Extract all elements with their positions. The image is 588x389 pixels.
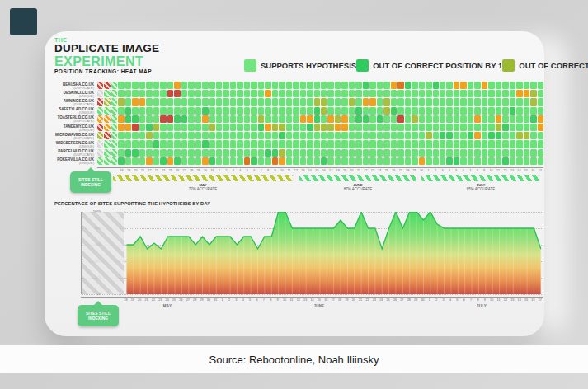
heatmap-cell — [104, 90, 110, 97]
heatmap-cell — [125, 140, 131, 148]
axis-tick-label: 27 — [181, 168, 187, 173]
heatmap-cell — [160, 115, 166, 123]
axis-tick-label: 5 — [247, 298, 253, 302]
heatmap-cell — [468, 157, 473, 165]
heatmap-cell — [223, 98, 228, 105]
heatmap-cell — [397, 90, 403, 97]
heatmap-cell — [97, 82, 103, 89]
heatmap-cell — [181, 98, 187, 105]
heatmap-cell — [419, 98, 425, 105]
heatmap-cell — [363, 115, 369, 123]
heatmap-cell — [265, 140, 270, 148]
heatmap-cell — [335, 82, 341, 89]
heatmap-cell — [363, 82, 369, 89]
heatmap-cell — [460, 107, 466, 115]
heatmap-cell — [391, 90, 397, 97]
sites-still-indexing-badge-bottom: SITES STILL INDEXING — [78, 305, 119, 326]
axis-tick-label: 29 — [412, 298, 419, 302]
heatmap-cell — [460, 157, 466, 165]
axis-tick-label: 23 — [157, 298, 163, 302]
axis-tick-label: 30 — [419, 298, 426, 302]
heatmap-cell — [474, 98, 480, 105]
heatmap-cell — [251, 98, 256, 105]
heatmap-cell — [307, 132, 313, 139]
infographic-card: THE DUPLICATE IMAGE EXPERIMENT POSITION … — [45, 31, 544, 336]
heatmap-cell — [272, 157, 278, 165]
heatmap-cell — [216, 132, 222, 139]
heatmap-cell — [405, 132, 411, 139]
area-chart-axis-ticks: 1819202122232425262728293031123456789101… — [81, 298, 543, 302]
axis-tick-label: 6 — [251, 168, 257, 173]
heatmap-cell — [538, 132, 543, 139]
legend-swatch — [356, 59, 369, 72]
heatmap-cell — [474, 90, 480, 97]
heatmap-cell — [321, 149, 327, 157]
heatmap-cell — [125, 149, 131, 157]
heatmap-cell — [524, 124, 529, 131]
heatmap-cell — [460, 124, 466, 131]
heatmap-cell — [272, 98, 278, 105]
heatmap-cell — [223, 132, 228, 139]
heatmap-cell — [369, 157, 375, 165]
heatmap-cell — [286, 132, 292, 139]
heatmap-cell — [426, 82, 431, 89]
heatmap-cell — [369, 82, 375, 89]
heatmap-cell — [397, 98, 403, 105]
heatmap-cell — [510, 149, 515, 157]
row-label-text: TOASTERLID.CO.UK(DUPLICATE) — [43, 115, 94, 123]
heatmap-cell — [468, 98, 473, 105]
heatmap-cell — [474, 132, 480, 139]
heatmap-cell — [223, 90, 228, 97]
row-label: POKERVILLA.CO.UK(UNIQUE) — [45, 157, 96, 165]
axis-tick-label: 17 — [537, 168, 543, 173]
heatmap-cell — [440, 149, 445, 157]
heatmap-cell — [327, 82, 333, 89]
heatmap-cell — [433, 90, 439, 97]
heatmap-cell — [454, 90, 459, 97]
axis-tick-label: 4 — [240, 298, 247, 302]
heatmap-cell — [488, 124, 494, 131]
row-label-text: PARCELHUD.CO.UK(DUPLICATE) — [43, 149, 94, 157]
axis-tick-label: 7 — [257, 168, 264, 173]
heatmap-cell — [300, 90, 306, 97]
heatmap-cell — [153, 98, 159, 105]
heatmap-cell — [538, 124, 543, 131]
accuracy-label: MAY72% ACCURATE — [189, 183, 217, 191]
axis-tick-label: 28 — [406, 298, 412, 302]
heatmap-cell — [516, 132, 522, 139]
heatmap-cell — [132, 149, 138, 157]
heatmap-cell — [118, 82, 124, 89]
heatmap-cell — [412, 140, 417, 148]
axis-tick-label: 14 — [308, 298, 315, 302]
heatmap-cell — [118, 90, 124, 97]
heatmap-cell — [146, 157, 152, 165]
axis-tick-label: 9 — [271, 168, 278, 173]
axis-tick-label: 14 — [515, 168, 522, 173]
heatmap-cell — [440, 98, 445, 105]
heatmap-cell — [97, 132, 103, 139]
area-series — [82, 212, 544, 294]
heatmap-cell — [314, 98, 320, 105]
heatmap-cell — [265, 124, 270, 131]
heatmap-cell — [433, 149, 439, 157]
heatmap-cell — [195, 157, 201, 165]
heatmap-cell — [251, 149, 256, 157]
heatmap-cell — [446, 157, 452, 165]
heatmap-cell — [419, 124, 425, 131]
axis-tick-label: 19 — [129, 298, 136, 302]
heatmap-cell — [188, 107, 194, 115]
heatmap-cell — [502, 140, 508, 148]
heatmap-cell — [530, 82, 536, 89]
heatmap-cell — [454, 140, 459, 148]
heatmap-cell — [426, 157, 431, 165]
heatmap-cell — [488, 98, 494, 105]
axis-tick-label: 25 — [171, 298, 177, 302]
heatmap-cell — [258, 90, 264, 97]
axis-tick-label: 27 — [398, 298, 405, 302]
heatmap-cell — [293, 90, 299, 97]
heatmap-cell — [488, 107, 494, 115]
axis-tick-label: 12 — [295, 298, 302, 302]
heatmap-cell — [139, 82, 145, 89]
heatmap-cell — [118, 157, 124, 165]
background: THE DUPLICATE IMAGE EXPERIMENT POSITION … — [0, 0, 588, 389]
